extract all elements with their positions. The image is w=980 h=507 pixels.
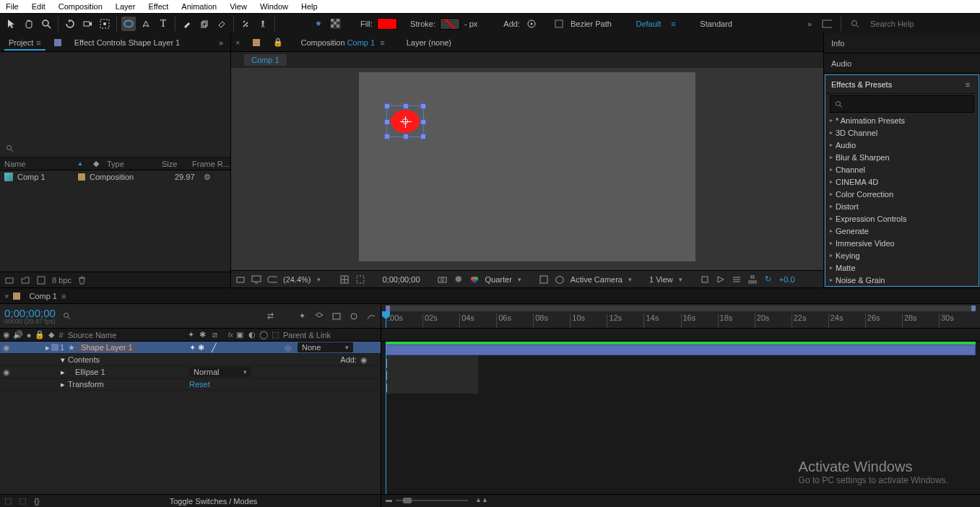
eraser-tool-icon[interactable] bbox=[214, 17, 229, 31]
col-type[interactable]: Type bbox=[107, 160, 156, 168]
layer-row-shape-layer-1[interactable]: ◉ ▸ 1 ★Shape Layer 1 ✦✱╱ ◎ None▾ bbox=[0, 342, 381, 354]
work-area-end[interactable] bbox=[971, 306, 976, 311]
eye-col-icon[interactable]: ◉ bbox=[3, 330, 10, 340]
composition-canvas[interactable] bbox=[359, 72, 695, 261]
effects-category[interactable]: ▸Noise & Grain bbox=[825, 274, 979, 286]
channel-icon[interactable]: ⬢ bbox=[454, 274, 464, 285]
timeline-tab-comp1[interactable]: Comp 1≡ bbox=[25, 289, 70, 303]
view-count[interactable]: 1 View bbox=[649, 275, 673, 284]
solo-col-icon[interactable]: ● bbox=[26, 330, 32, 340]
camera-dropdown[interactable]: Active Camera bbox=[571, 275, 623, 284]
anchor-point-icon[interactable] bbox=[402, 118, 408, 124]
exposure-value[interactable]: +0.0 bbox=[779, 275, 795, 284]
effects-category[interactable]: ▸CINEMA 4D bbox=[825, 176, 979, 188]
layer-transform-row[interactable]: ▸ Transform Reset bbox=[0, 378, 381, 391]
snapshot-icon[interactable] bbox=[438, 274, 448, 285]
add-arrow-icon[interactable] bbox=[524, 17, 539, 31]
text-tool-icon[interactable]: T bbox=[156, 17, 170, 31]
resolution-dropdown[interactable]: Quarter bbox=[485, 275, 512, 284]
handle-s[interactable] bbox=[403, 134, 409, 139]
shy-icon[interactable]: ✦ bbox=[297, 311, 307, 321]
tab-composition[interactable]: Composition Comp 1 ≡ bbox=[296, 35, 389, 50]
info-panel-header[interactable]: Info bbox=[824, 33, 980, 53]
effects-category[interactable]: ▸Color Correction bbox=[825, 188, 979, 200]
handle-n[interactable] bbox=[403, 103, 409, 109]
frame-blend-icon[interactable] bbox=[331, 311, 342, 321]
brace-icon[interactable]: {} bbox=[32, 496, 42, 506]
color-mgmt-icon[interactable] bbox=[469, 274, 480, 285]
audio-panel-header[interactable]: Audio bbox=[824, 53, 980, 74]
tab-effect-controls[interactable]: Effect Controls Shape Layer 1 bbox=[70, 35, 185, 50]
add-arrow-icon[interactable]: ◉ bbox=[359, 355, 369, 365]
puppet-tool-icon[interactable] bbox=[256, 17, 270, 31]
draft3d-icon[interactable] bbox=[314, 311, 324, 321]
handle-e[interactable] bbox=[420, 119, 426, 125]
project-item-comp1[interactable]: Comp 1 Composition 29.97 ⚙ bbox=[0, 170, 230, 183]
workspace-default[interactable]: Default bbox=[636, 20, 661, 28]
flowchart-icon[interactable] bbox=[747, 274, 758, 285]
fast-preview-icon[interactable] bbox=[716, 274, 726, 285]
effects-category[interactable]: ▸Immersive Video bbox=[825, 237, 979, 249]
pen-tool-icon[interactable] bbox=[139, 17, 153, 31]
workspace-menu-icon[interactable]: ≡ bbox=[668, 19, 678, 29]
effects-category[interactable]: ▸Matte bbox=[825, 261, 979, 274]
menu-animation[interactable]: Animation bbox=[181, 2, 217, 11]
panel-menu-icon[interactable]: ≡ bbox=[963, 79, 973, 90]
toggle-icon[interactable]: ⬚ bbox=[3, 496, 13, 506]
lock-icon[interactable]: 🔒 bbox=[273, 38, 283, 48]
col-framerate[interactable]: Frame R... bbox=[192, 160, 230, 168]
effects-category[interactable]: ▸Keying bbox=[825, 249, 979, 261]
tab-layer[interactable]: Layer (none) bbox=[402, 35, 456, 50]
menu-view[interactable]: View bbox=[230, 2, 247, 11]
render-icon[interactable]: ⬚ bbox=[17, 496, 27, 506]
brush-tool-icon[interactable] bbox=[180, 17, 194, 31]
audio-col-icon[interactable]: 🔊 bbox=[13, 330, 23, 340]
pickwhip-icon[interactable]: ◎ bbox=[283, 342, 293, 352]
workspace-standard[interactable]: Standard bbox=[700, 20, 732, 28]
eye-icon[interactable]: ◉ bbox=[1, 342, 12, 352]
layer-bar-shape-layer-1[interactable] bbox=[386, 344, 976, 355]
sort-icon[interactable]: ▲ bbox=[75, 159, 85, 169]
handle-ne[interactable] bbox=[420, 103, 426, 109]
effects-search[interactable] bbox=[830, 95, 974, 113]
parent-dropdown[interactable]: None▾ bbox=[298, 342, 353, 352]
roto-tool-icon[interactable] bbox=[238, 17, 253, 31]
interpret-icon[interactable] bbox=[4, 275, 14, 285]
menu-edit[interactable]: Edit bbox=[32, 2, 45, 11]
handle-sw[interactable] bbox=[384, 134, 390, 139]
sync-icon[interactable] bbox=[822, 19, 832, 29]
checker-icon[interactable] bbox=[329, 17, 343, 31]
zoom-value[interactable]: (24.4%) bbox=[283, 275, 311, 284]
layer-name[interactable]: Shape Layer 1 bbox=[78, 343, 136, 352]
effects-category[interactable]: ▸Audio bbox=[825, 139, 979, 151]
playhead[interactable] bbox=[386, 311, 386, 328]
new-folder-icon[interactable] bbox=[20, 275, 30, 285]
timeline-icon[interactable] bbox=[732, 274, 742, 285]
pixel-aspect-icon[interactable] bbox=[700, 274, 710, 285]
layer-ellipse-row[interactable]: ◉ ▸ Ellipse 1 Normal▾ bbox=[0, 366, 381, 378]
ellipse-tool-icon[interactable] bbox=[121, 17, 136, 31]
tag-icon[interactable]: ◆ bbox=[91, 159, 101, 169]
monitor-icon[interactable] bbox=[251, 274, 261, 285]
stroke-swatch[interactable] bbox=[440, 18, 460, 30]
time-ruler[interactable]: :00s02s04s06s08s10s12s14s16s18s20s22s24s… bbox=[381, 304, 980, 329]
roi-icon[interactable] bbox=[355, 274, 365, 285]
effects-category[interactable]: ▸Distort bbox=[825, 200, 979, 212]
menu-file[interactable]: File bbox=[6, 2, 19, 11]
rotate-tool-icon[interactable] bbox=[63, 17, 77, 31]
layer-contents-row[interactable]: ▾ Contents Add: ◉ bbox=[0, 354, 381, 366]
anchor-tool-icon[interactable] bbox=[97, 17, 112, 31]
menu-composition[interactable]: Composition bbox=[58, 2, 103, 11]
work-area-start[interactable] bbox=[386, 306, 390, 311]
col-source-name[interactable]: Source Name bbox=[65, 331, 186, 339]
search-help-input[interactable] bbox=[867, 17, 976, 30]
hand-tool-icon[interactable] bbox=[22, 17, 36, 31]
effects-category[interactable]: ▸3D Channel bbox=[825, 126, 979, 139]
camera-tool-icon[interactable] bbox=[80, 17, 95, 31]
current-timecode[interactable]: 0;00;00;00 bbox=[4, 308, 56, 318]
selection-tool-icon[interactable] bbox=[4, 17, 19, 31]
view-3d-icon[interactable] bbox=[555, 274, 565, 285]
menu-effect[interactable]: Effect bbox=[148, 2, 168, 11]
composition-viewport[interactable] bbox=[231, 68, 823, 270]
bezier-checkbox[interactable] bbox=[552, 17, 566, 31]
